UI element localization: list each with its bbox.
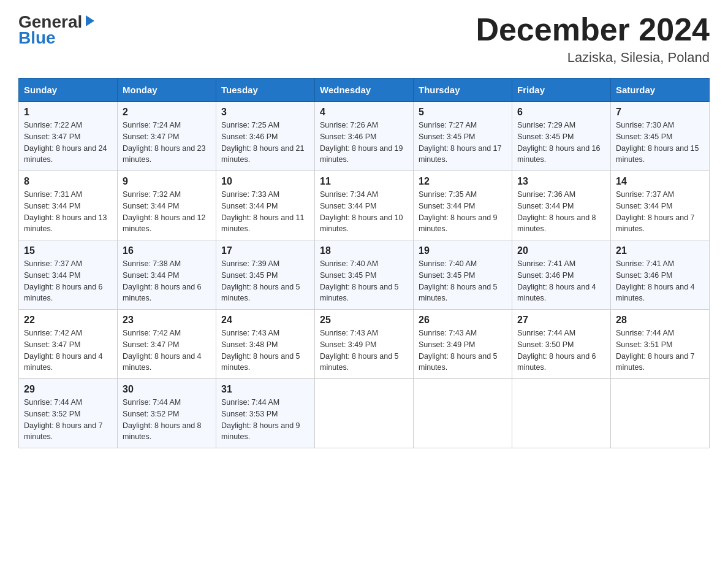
- sunrise-label: Sunrise: 7:44 AM: [24, 398, 82, 407]
- calendar-cell: 7 Sunrise: 7:30 AM Sunset: 3:45 PM Dayli…: [611, 102, 710, 171]
- sunset-label: Sunset: 3:45 PM: [517, 132, 574, 141]
- sunrise-label: Sunrise: 7:32 AM: [123, 190, 181, 199]
- day-info: Sunrise: 7:44 AM Sunset: 3:51 PM Dayligh…: [616, 327, 704, 373]
- daylight-label: Daylight: 8 hours and 16 minutes.: [517, 144, 601, 164]
- daylight-label: Daylight: 8 hours and 13 minutes.: [24, 213, 107, 234]
- title-section: December 2024 Laziska, Silesia, Poland: [476, 12, 710, 66]
- daylight-label: Daylight: 8 hours and 6 minutes.: [123, 283, 202, 303]
- calendar-cell: 12 Sunrise: 7:35 AM Sunset: 3:44 PM Dayl…: [414, 171, 512, 240]
- calendar-cell: 23 Sunrise: 7:42 AM Sunset: 3:47 PM Dayl…: [118, 310, 216, 379]
- daylight-label: Daylight: 8 hours and 7 minutes.: [616, 352, 695, 372]
- day-info: Sunrise: 7:37 AM Sunset: 3:44 PM Dayligh…: [616, 189, 704, 235]
- sunset-label: Sunset: 3:46 PM: [320, 132, 376, 141]
- calendar-cell: 3 Sunrise: 7:25 AM Sunset: 3:46 PM Dayli…: [216, 102, 315, 171]
- calendar-cell: 5 Sunrise: 7:27 AM Sunset: 3:45 PM Dayli…: [414, 102, 512, 171]
- day-number: 18: [320, 245, 408, 256]
- day-number: 12: [419, 176, 507, 187]
- daylight-label: Daylight: 8 hours and 23 minutes.: [123, 144, 206, 164]
- sunset-label: Sunset: 3:47 PM: [24, 340, 80, 349]
- daylight-label: Daylight: 8 hours and 4 minutes.: [517, 283, 596, 303]
- sunrise-label: Sunrise: 7:39 AM: [221, 259, 279, 268]
- day-info: Sunrise: 7:32 AM Sunset: 3:44 PM Dayligh…: [123, 189, 211, 235]
- daylight-label: Daylight: 8 hours and 5 minutes.: [419, 283, 498, 303]
- day-number: 27: [517, 315, 605, 326]
- daylight-label: Daylight: 8 hours and 5 minutes.: [419, 352, 498, 372]
- day-number: 7: [616, 107, 704, 118]
- daylight-label: Daylight: 8 hours and 5 minutes.: [320, 352, 399, 372]
- calendar-cell: 24 Sunrise: 7:43 AM Sunset: 3:48 PM Dayl…: [216, 310, 315, 379]
- day-info: Sunrise: 7:43 AM Sunset: 3:48 PM Dayligh…: [221, 327, 309, 373]
- calendar-cell: 28 Sunrise: 7:44 AM Sunset: 3:51 PM Dayl…: [611, 310, 710, 379]
- day-info: Sunrise: 7:35 AM Sunset: 3:44 PM Dayligh…: [419, 189, 507, 235]
- day-number: 28: [616, 315, 704, 326]
- calendar-cell: 19 Sunrise: 7:40 AM Sunset: 3:45 PM Dayl…: [414, 240, 512, 310]
- day-number: 30: [123, 384, 211, 395]
- sunrise-label: Sunrise: 7:29 AM: [517, 121, 575, 129]
- day-number: 3: [221, 107, 309, 118]
- sunset-label: Sunset: 3:51 PM: [616, 340, 672, 349]
- sunrise-label: Sunrise: 7:36 AM: [517, 190, 575, 199]
- calendar-cell: 1 Sunrise: 7:22 AM Sunset: 3:47 PM Dayli…: [19, 102, 118, 171]
- sunset-label: Sunset: 3:44 PM: [517, 202, 574, 210]
- calendar-week-row: 22 Sunrise: 7:42 AM Sunset: 3:47 PM Dayl…: [19, 310, 710, 379]
- sunset-label: Sunset: 3:44 PM: [24, 202, 80, 210]
- sunset-label: Sunset: 3:53 PM: [221, 410, 278, 418]
- day-number: 22: [24, 315, 112, 326]
- calendar-cell: 25 Sunrise: 7:43 AM Sunset: 3:49 PM Dayl…: [315, 310, 414, 379]
- daylight-label: Daylight: 8 hours and 5 minutes.: [320, 283, 399, 303]
- day-info: Sunrise: 7:34 AM Sunset: 3:44 PM Dayligh…: [320, 189, 408, 235]
- day-number: 21: [616, 245, 704, 256]
- daylight-label: Daylight: 8 hours and 7 minutes.: [24, 421, 103, 442]
- sunrise-label: Sunrise: 7:44 AM: [123, 398, 181, 407]
- sunrise-label: Sunrise: 7:43 AM: [221, 329, 279, 337]
- sunrise-label: Sunrise: 7:33 AM: [221, 190, 279, 199]
- day-info: Sunrise: 7:40 AM Sunset: 3:45 PM Dayligh…: [419, 258, 507, 304]
- calendar-cell: 15 Sunrise: 7:37 AM Sunset: 3:44 PM Dayl…: [19, 240, 118, 310]
- sunrise-label: Sunrise: 7:43 AM: [320, 329, 378, 337]
- daylight-label: Daylight: 8 hours and 7 minutes.: [616, 213, 695, 234]
- sunrise-label: Sunrise: 7:26 AM: [320, 121, 378, 129]
- daylight-label: Daylight: 8 hours and 4 minutes.: [24, 352, 103, 372]
- day-info: Sunrise: 7:26 AM Sunset: 3:46 PM Dayligh…: [320, 120, 408, 166]
- col-friday: Friday: [512, 79, 611, 102]
- day-number: 2: [123, 107, 211, 118]
- sunset-label: Sunset: 3:46 PM: [616, 271, 672, 280]
- sunset-label: Sunset: 3:44 PM: [221, 202, 278, 210]
- day-number: 25: [320, 315, 408, 326]
- daylight-label: Daylight: 8 hours and 5 minutes.: [221, 352, 300, 372]
- calendar-cell: 21 Sunrise: 7:41 AM Sunset: 3:46 PM Dayl…: [611, 240, 710, 310]
- daylight-label: Daylight: 8 hours and 21 minutes.: [221, 144, 305, 164]
- calendar-cell: [512, 379, 611, 448]
- sunset-label: Sunset: 3:50 PM: [517, 340, 574, 349]
- sunset-label: Sunset: 3:49 PM: [419, 340, 475, 349]
- daylight-label: Daylight: 8 hours and 6 minutes.: [517, 352, 596, 372]
- day-info: Sunrise: 7:22 AM Sunset: 3:47 PM Dayligh…: [24, 120, 112, 166]
- day-number: 1: [24, 107, 112, 118]
- day-info: Sunrise: 7:44 AM Sunset: 3:53 PM Dayligh…: [221, 397, 309, 443]
- calendar-week-row: 1 Sunrise: 7:22 AM Sunset: 3:47 PM Dayli…: [19, 102, 710, 171]
- day-info: Sunrise: 7:36 AM Sunset: 3:44 PM Dayligh…: [517, 189, 605, 235]
- day-info: Sunrise: 7:24 AM Sunset: 3:47 PM Dayligh…: [123, 120, 211, 166]
- sunset-label: Sunset: 3:45 PM: [616, 132, 672, 141]
- day-number: 6: [517, 107, 605, 118]
- sunrise-label: Sunrise: 7:30 AM: [616, 121, 674, 129]
- calendar-cell: 29 Sunrise: 7:44 AM Sunset: 3:52 PM Dayl…: [19, 379, 118, 448]
- daylight-label: Daylight: 8 hours and 19 minutes.: [320, 144, 403, 164]
- sunrise-label: Sunrise: 7:41 AM: [616, 259, 674, 268]
- sunrise-label: Sunrise: 7:37 AM: [616, 190, 674, 199]
- day-number: 31: [221, 384, 309, 395]
- calendar-cell: 27 Sunrise: 7:44 AM Sunset: 3:50 PM Dayl…: [512, 310, 611, 379]
- sunset-label: Sunset: 3:44 PM: [123, 271, 179, 280]
- day-number: 17: [221, 245, 309, 256]
- calendar-cell: 9 Sunrise: 7:32 AM Sunset: 3:44 PM Dayli…: [118, 171, 216, 240]
- calendar-header-row: Sunday Monday Tuesday Wednesday Thursday…: [19, 79, 710, 102]
- sunrise-label: Sunrise: 7:42 AM: [123, 329, 181, 337]
- calendar-cell: 22 Sunrise: 7:42 AM Sunset: 3:47 PM Dayl…: [19, 310, 118, 379]
- day-info: Sunrise: 7:30 AM Sunset: 3:45 PM Dayligh…: [616, 120, 704, 166]
- calendar-cell: 8 Sunrise: 7:31 AM Sunset: 3:44 PM Dayli…: [19, 171, 118, 240]
- day-info: Sunrise: 7:43 AM Sunset: 3:49 PM Dayligh…: [419, 327, 507, 373]
- day-number: 16: [123, 245, 211, 256]
- daylight-label: Daylight: 8 hours and 4 minutes.: [123, 352, 202, 372]
- day-number: 11: [320, 176, 408, 187]
- sunset-label: Sunset: 3:44 PM: [24, 271, 80, 280]
